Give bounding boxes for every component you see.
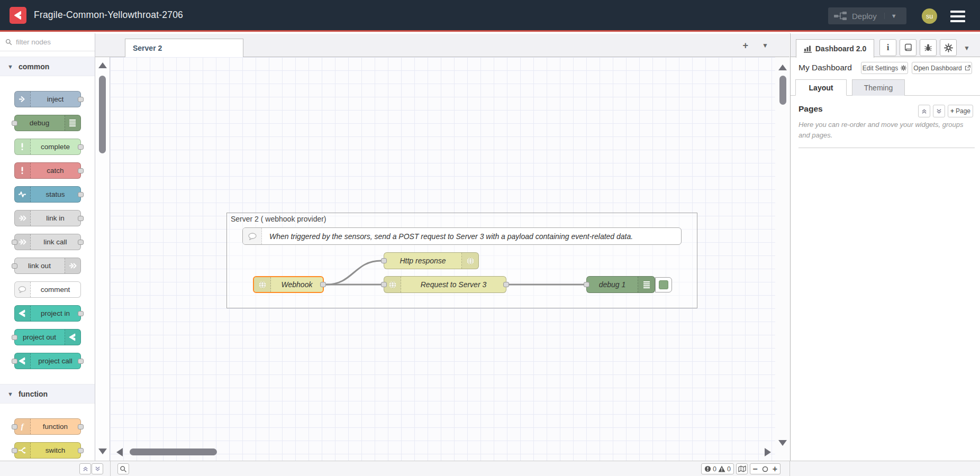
canvas-scrollbar-thumb[interactable] (779, 76, 786, 105)
node-label: switch (31, 443, 80, 458)
node-red-icon (18, 357, 26, 365)
output-port[interactable] (78, 168, 84, 173)
palette-node-project-in[interactable]: project in (14, 305, 81, 322)
main-menu-button[interactable] (950, 11, 965, 22)
info-tab-button[interactable]: i (879, 39, 896, 56)
flow-canvas[interactable]: Server 2 ( webhook provider) When trigge… (110, 57, 775, 461)
scroll-up-arrow[interactable] (778, 65, 787, 70)
flow-node-debug-1[interactable]: debug 1 (586, 276, 655, 293)
config-tab-button[interactable] (940, 39, 957, 56)
input-port[interactable] (381, 282, 387, 287)
tab-layout[interactable]: Layout (795, 79, 847, 96)
flow-node-webhook[interactable]: Webhook (253, 276, 324, 293)
zoom-reset-button[interactable] (760, 463, 770, 474)
output-port[interactable] (78, 97, 84, 102)
output-port[interactable] (78, 448, 84, 453)
palette-node-debug[interactable]: debug (14, 115, 81, 131)
page-move-up-button[interactable] (918, 105, 930, 117)
tab-theming[interactable]: Theming (852, 79, 905, 96)
flow-node-http-response[interactable]: Http response (384, 252, 479, 269)
palette-scrollbar-thumb[interactable] (99, 76, 106, 153)
link-arrow-icon (18, 214, 26, 222)
output-port[interactable] (78, 311, 84, 316)
input-port[interactable] (12, 448, 17, 453)
scroll-up-arrow[interactable] (98, 62, 107, 68)
search-icon (5, 39, 12, 45)
input-port[interactable] (381, 258, 387, 263)
add-page-button[interactable]: + Page (948, 105, 973, 117)
palette-expand-all-button[interactable] (92, 463, 103, 474)
palette-row: link in (0, 210, 95, 234)
open-dashboard-button[interactable]: Open Dashboard (912, 62, 972, 74)
switch-fork-icon (18, 446, 26, 454)
notification-counts[interactable]: 0 0 (701, 463, 734, 474)
input-port[interactable] (12, 121, 17, 126)
sidebar-tabs-caret[interactable]: ▼ (964, 44, 970, 52)
palette-node-project-call[interactable]: project call (14, 353, 81, 369)
input-port[interactable] (12, 359, 17, 364)
input-port[interactable] (12, 240, 17, 245)
footer-bar: 0 0 − + (0, 461, 980, 476)
palette-filter-input[interactable] (16, 38, 85, 46)
canvas-vertical-scrollbar[interactable] (775, 57, 790, 461)
output-port[interactable] (320, 282, 326, 287)
palette-node-function[interactable]: ffunction (14, 418, 81, 435)
deploy-button[interactable]: Deploy ▼ (828, 7, 906, 24)
output-port[interactable] (78, 424, 84, 429)
input-port[interactable] (12, 263, 17, 269)
footer-divider (110, 461, 111, 476)
bug-icon (924, 43, 932, 52)
flow-list-caret[interactable]: ▼ (762, 42, 768, 49)
page-move-down-button[interactable] (933, 105, 945, 117)
palette-node-complete[interactable]: complete (14, 139, 81, 155)
exclamation-icon-holder (15, 139, 31, 154)
palette-node-catch[interactable]: catch (14, 162, 81, 179)
scroll-down-arrow[interactable] (778, 440, 787, 446)
workspace-tab-server-2[interactable]: Server 2 (125, 39, 243, 57)
node-label: link in (31, 210, 80, 226)
navigator-button[interactable] (736, 463, 748, 474)
zoom-out-button[interactable]: − (750, 463, 760, 474)
palette-node-switch[interactable]: switch (14, 442, 81, 459)
palette-collapse-all-button[interactable] (79, 463, 91, 474)
help-tab-button[interactable] (900, 39, 917, 56)
zoom-reset-icon (762, 466, 768, 472)
output-port[interactable] (78, 216, 84, 221)
deploy-icon (833, 11, 847, 21)
palette-node-link-out[interactable]: link out (14, 258, 81, 274)
edit-settings-button[interactable]: Edit Settings (861, 62, 908, 74)
node-red-icon (68, 333, 77, 341)
input-port[interactable] (12, 335, 17, 340)
bubble-icon-holder (15, 282, 31, 297)
deploy-dropdown-caret[interactable]: ▼ (884, 13, 897, 19)
palette-category-common[interactable]: ▼common (0, 57, 95, 76)
palette-node-link-in[interactable]: link in (14, 210, 81, 226)
output-port[interactable] (78, 240, 84, 245)
scroll-down-arrow[interactable] (98, 448, 107, 454)
palette-node-status[interactable]: status (14, 186, 81, 203)
output-port[interactable] (78, 192, 84, 197)
output-port[interactable] (78, 144, 84, 150)
canvas-search-button[interactable] (117, 463, 129, 474)
node-label: status (31, 187, 80, 202)
input-port[interactable] (12, 424, 17, 429)
category-node-list: injectdebugcompletecatchstatuslink inlin… (0, 76, 95, 379)
add-flow-button[interactable]: + (742, 40, 748, 51)
input-port[interactable] (584, 282, 589, 287)
palette-node-comment[interactable]: comment (14, 281, 81, 298)
output-port[interactable] (78, 359, 84, 364)
palette-search[interactable] (0, 33, 95, 51)
sidebar-tab-dashboard[interactable]: Dashboard 2.0 (796, 39, 874, 58)
palette-row: ffunction (0, 418, 95, 442)
palette-node-project-out[interactable]: project out (14, 329, 81, 345)
zoom-in-button[interactable]: + (770, 463, 781, 474)
user-avatar[interactable]: su (922, 8, 937, 24)
palette-category-function[interactable]: ▼function (0, 384, 95, 404)
output-port[interactable] (503, 282, 509, 287)
debug-tab-button[interactable] (920, 39, 937, 56)
palette-node-inject[interactable]: inject (14, 91, 81, 107)
palette-node-link-call[interactable]: link call (14, 234, 81, 250)
palette-scrollbar[interactable] (95, 57, 110, 461)
flow-node-request-to-server-3[interactable]: Request to Server 3 (384, 276, 506, 293)
debug-enable-toggle[interactable] (655, 277, 672, 292)
